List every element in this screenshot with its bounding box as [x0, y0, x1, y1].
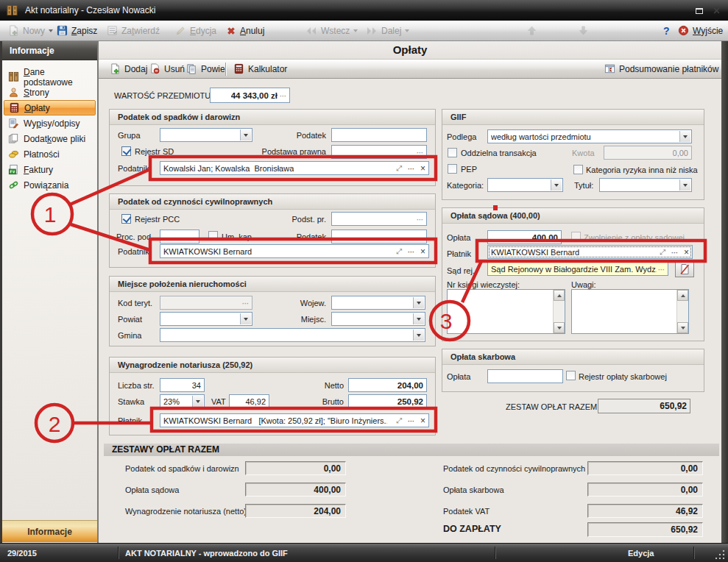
chevron-down-icon[interactable]	[413, 313, 424, 324]
pep-checkbox[interactable]	[448, 164, 457, 174]
edit-button[interactable]: Edycja	[173, 23, 219, 38]
new-button[interactable]: Nowy	[6, 23, 55, 38]
scroll-down-icon[interactable]	[677, 322, 688, 333]
scroll-up-icon[interactable]	[554, 290, 565, 301]
clear-icon[interactable]	[420, 163, 425, 174]
kategoria-label: Kategoria:	[447, 181, 484, 190]
clear-icon[interactable]	[420, 416, 425, 426]
scrollbar[interactable]	[553, 290, 565, 333]
ellipsis-button[interactable]	[408, 416, 414, 425]
remove-button[interactable]: Usuń	[147, 61, 187, 77]
sidebar-item-platnosci[interactable]: Płatności	[4, 146, 96, 162]
sidebar-item-strony[interactable]: Strony	[4, 85, 96, 100]
sidebar-footer-informacje[interactable]: Informacje	[2, 520, 97, 542]
sidebar-item-dane-podstawowe[interactable]: Dane podstawowe	[4, 69, 96, 85]
rejestr-pcc-checkbox[interactable]	[121, 214, 131, 224]
wojew-combobox[interactable]	[331, 296, 425, 310]
podatek-pcc-field[interactable]	[331, 230, 427, 243]
chevron-down-icon[interactable]	[240, 129, 251, 140]
chevron-down-icon[interactable]	[679, 179, 690, 191]
help-button[interactable]: ?	[661, 23, 672, 38]
expand-icon[interactable]	[396, 246, 402, 256]
clear-icon[interactable]	[684, 247, 689, 257]
cancel-button[interactable]: Anuluj	[224, 23, 266, 38]
save-button[interactable]: Zapisz	[54, 23, 99, 38]
move-down-button[interactable]	[576, 23, 591, 38]
chevron-down-icon[interactable]	[679, 131, 690, 142]
kategoria-combobox[interactable]	[487, 178, 563, 192]
chevron-down-icon[interactable]	[413, 330, 424, 341]
liczba-str-field[interactable]: 34	[160, 378, 205, 392]
calculator-button[interactable]: Kalkulator	[231, 61, 289, 77]
kategoria-ryzyka-checkbox[interactable]	[573, 165, 583, 174]
resize-grip[interactable]	[715, 549, 725, 559]
ellipsis-button[interactable]	[658, 265, 665, 274]
subject-value-field[interactable]: 44 343,00 zł	[210, 88, 290, 103]
ellipsis-button[interactable]	[242, 299, 249, 307]
duplicate-button[interactable]: Powiel	[184, 61, 229, 77]
approve-button[interactable]: Zatwierdź	[105, 23, 162, 38]
move-up-button[interactable]	[524, 23, 540, 38]
platnik-sadowa-field[interactable]: KWIATKOWSKI Bernard	[487, 245, 693, 259]
kwota-field[interactable]: 0,00	[604, 146, 692, 160]
scroll-down-icon[interactable]	[554, 322, 565, 333]
next-button[interactable]: Dalej	[364, 23, 411, 38]
expand-icon[interactable]	[396, 416, 402, 425]
sidebar-item-faktury[interactable]: Faktury	[4, 162, 96, 177]
miejsc-combobox[interactable]	[331, 312, 425, 326]
payer-summary-button[interactable]: Podsumowanie płatników	[602, 61, 721, 77]
oddzielna-transakcja-checkbox[interactable]	[448, 148, 457, 157]
kod-teryt-field[interactable]	[160, 296, 252, 310]
chevron-down-icon[interactable]	[240, 313, 251, 324]
back-button[interactable]: Wstecz	[303, 23, 360, 38]
nr-ksiegi-textarea[interactable]	[447, 289, 565, 334]
oplata-skarbowa-field[interactable]	[487, 369, 563, 383]
ellipsis-button[interactable]	[417, 215, 423, 224]
sidebar-item-dodatkowe-pliki[interactable]: Dodatkowe pliki	[4, 131, 96, 146]
chevron-down-icon[interactable]	[551, 179, 562, 191]
podatnik-pcc-field[interactable]: KWIATKOWSKI Bernard	[160, 244, 429, 258]
netto-field[interactable]: 204,00	[348, 378, 427, 392]
powiat-combobox[interactable]	[160, 312, 252, 326]
scroll-up-icon[interactable]	[677, 290, 688, 301]
podlega-combobox[interactable]: według wartości przedmiotu	[487, 129, 692, 143]
chevron-down-icon[interactable]	[192, 396, 203, 407]
stawka-combobox[interactable]: 23%	[160, 394, 205, 408]
oplata-sadowa-field[interactable]: 400,00	[487, 230, 562, 244]
rejestr-skarbowa-checkbox[interactable]	[566, 371, 576, 380]
podstawa-prawna-field[interactable]	[331, 145, 427, 159]
scrollbar[interactable]	[676, 290, 688, 333]
brutto-field[interactable]: 250,92	[348, 394, 427, 408]
vat-field[interactable]: 46,92	[229, 394, 269, 408]
sidebar-item-wypisy-odpisy[interactable]: Wypisy/odpisy	[4, 115, 96, 131]
ellipsis-button[interactable]	[408, 247, 414, 256]
um-kap-checkbox[interactable]	[208, 231, 218, 241]
ellipsis-button[interactable]	[408, 164, 414, 173]
clear-icon[interactable]	[420, 246, 425, 257]
expand-icon[interactable]	[660, 247, 665, 257]
sidebar-item-powiazania[interactable]: Powiązania	[4, 177, 96, 193]
ellipsis-button[interactable]	[280, 91, 286, 100]
podatek-sd-field[interactable]	[331, 128, 427, 142]
sidebar-item-oplaty[interactable]: Opłaty	[4, 100, 96, 115]
ellipsis-button[interactable]	[671, 248, 678, 257]
ellipsis-button[interactable]	[417, 148, 423, 157]
proc-pod-field[interactable]	[160, 230, 199, 243]
close-button[interactable]	[708, 4, 726, 17]
exit-button[interactable]: Wyjście	[676, 23, 725, 38]
sad-rej-field[interactable]: Sąd Rejonowy w Białogardzie VIII Zam. Wy…	[487, 262, 668, 276]
restore-button[interactable]	[690, 4, 708, 17]
chevron-down-icon[interactable]	[413, 297, 424, 308]
rejestr-sd-checkbox[interactable]	[121, 146, 131, 156]
tytul-combobox[interactable]	[599, 178, 692, 192]
platnik-wyn-field[interactable]: KWIATKOWSKI Bernard [Kwota: 250,92 zł]; …	[160, 413, 429, 427]
clear-court-button[interactable]	[675, 261, 694, 277]
uwagi-textarea[interactable]	[571, 289, 689, 334]
grupa-combobox[interactable]	[160, 128, 252, 142]
add-button[interactable]: Dodaj	[107, 61, 149, 77]
podst-pr-field[interactable]	[331, 212, 427, 226]
zwolnienie-checkbox[interactable]	[571, 232, 581, 241]
podatnik-sd-field[interactable]: Kowalski Jan; Kowalska Bronisława	[160, 161, 429, 175]
gmina-combobox[interactable]	[160, 328, 425, 342]
expand-icon[interactable]	[396, 163, 402, 173]
